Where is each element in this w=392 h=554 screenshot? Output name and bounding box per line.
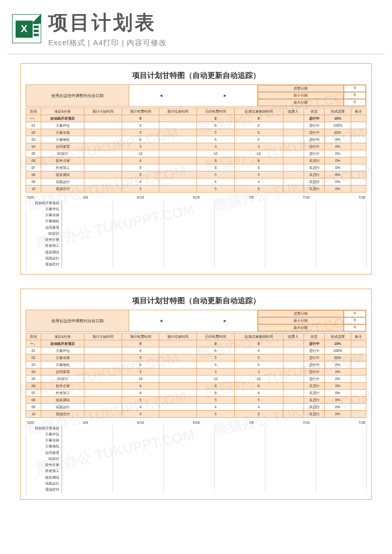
section-cell: 0 <box>234 340 283 347</box>
table-cell <box>351 347 366 354</box>
table-cell <box>159 157 197 164</box>
table-cell: 5 <box>234 411 283 418</box>
table-cell <box>283 164 304 171</box>
gantt-label: 自动线开发项目 <box>26 200 59 206</box>
table-cell: 进行中 <box>304 150 325 157</box>
table-cell: 01 <box>26 122 41 129</box>
table-cell: 0% <box>325 361 351 368</box>
table-cell: 软件开发 <box>41 383 84 390</box>
table-cell <box>351 411 366 418</box>
table-cell <box>351 404 366 411</box>
column-header: 阶段 <box>26 108 41 115</box>
table-cell: 05 <box>26 376 41 383</box>
chevron-left-icon[interactable]: ◄ <box>159 318 163 323</box>
table-cell: 06 <box>26 383 41 390</box>
gantt-label: 试跑运行 <box>26 481 59 487</box>
table-cell: 5 <box>122 186 159 193</box>
table-row: 09试跑运行444未进行0% <box>26 178 366 186</box>
table-cell <box>351 354 366 361</box>
table-cell <box>283 347 304 354</box>
chevron-left-icon[interactable]: ◄ <box>159 93 163 98</box>
gantt-label: 合同签署 <box>26 225 59 231</box>
section-cell <box>351 115 366 122</box>
table-cell: 软件开发 <box>41 157 84 164</box>
column-header: 已经耗费时间 <box>197 333 235 340</box>
gantt-chart: 5/296/86/186/287/87/187/28自动线开发项目方案评估方案洽… <box>26 421 366 496</box>
meta-dates: 进度日期0最小日期0最大日期0 <box>258 85 366 106</box>
table-row: 04合同签署333进行中0% <box>26 143 366 150</box>
page-title: 项目计划表 <box>48 9 167 36</box>
table-cell: 10 <box>122 376 159 383</box>
table-cell: 5 <box>234 129 283 136</box>
gantt-labels: 自动线开发项目方案评估方案洽谈方案细化合同签署3D设计软件开发外发加工组装调试试… <box>26 425 61 493</box>
table-cell <box>84 397 122 404</box>
table-cell <box>84 368 122 376</box>
table-row: 03方案细化666进行中0% <box>26 136 366 143</box>
table-cell: 04 <box>26 143 41 150</box>
table-cell: 0% <box>325 157 351 164</box>
table-cell <box>159 404 197 411</box>
table-cell: 0% <box>325 390 351 397</box>
table-cell <box>159 178 197 186</box>
gantt-labels: 自动线开发项目方案评估方案洽谈方案细化合同签署3D设计软件开发外发加工组装调试试… <box>26 200 61 268</box>
spreadsheet-page: 熊猫办公 TUKUPPT.COM熊猫办公 TUKUPPT.COM熊猫办公 TUK… <box>20 63 372 274</box>
table-cell <box>351 150 366 157</box>
chevron-right-icon[interactable]: ► <box>223 318 227 323</box>
table-cell <box>283 136 304 143</box>
column-header: 完成进度 <box>325 108 351 115</box>
table-cell: 3 <box>234 143 283 150</box>
table-cell: 方案评估 <box>41 347 84 354</box>
table-cell: 5 <box>122 397 159 404</box>
table-cell: 进行中 <box>304 376 325 383</box>
table-cell: 09 <box>26 404 41 411</box>
controls-label: 使用右边控件调整到当前日期 <box>26 85 129 106</box>
meta-dates: 进度日期0最小日期0最大日期0 <box>258 310 366 331</box>
column-header: 备注 <box>351 333 366 340</box>
table-cell: 3D设计 <box>41 376 84 383</box>
table-cell: 试跑运行 <box>41 178 84 186</box>
page-subtitle: Excel格式 | A4打印 | 内容可修改 <box>48 38 167 48</box>
meta-key: 最小日期 <box>258 92 344 99</box>
table-cell <box>351 171 366 178</box>
table-row: 01方案评估666进行中100% <box>26 347 366 354</box>
table-cell: 6 <box>197 347 235 354</box>
gantt-label: 现场交付 <box>26 487 59 493</box>
table-cell: 5 <box>197 411 235 418</box>
table-cell: 80% <box>325 129 351 136</box>
table-cell <box>351 178 366 186</box>
gantt-label: 合同签署 <box>26 450 59 456</box>
table-cell: 进行中 <box>304 368 325 376</box>
table-cell: 外发加工 <box>41 164 84 171</box>
table-cell <box>159 122 197 129</box>
section-cell <box>84 340 122 347</box>
column-header: 负责人 <box>283 333 304 340</box>
gantt-label: 自动线开发项目 <box>26 425 59 431</box>
chevron-right-icon[interactable]: ► <box>223 93 227 98</box>
table-row: 07外发加工888未进行0% <box>26 164 366 171</box>
table-cell <box>159 368 197 376</box>
table-cell: 4 <box>197 404 235 411</box>
table-cell <box>283 397 304 404</box>
task-table: 阶段项目&任务预计开始时间预计耗费时间预计结束时间已经耗费时间距离结束剩余时间负… <box>26 108 366 193</box>
date-spinner[interactable]: ◄► <box>129 85 258 106</box>
table-cell: 合同签署 <box>41 368 84 376</box>
table-cell <box>84 347 122 354</box>
meta-value: 0 <box>344 310 366 317</box>
table-cell: 未进行 <box>304 397 325 404</box>
gantt-label: 外发加工 <box>26 243 59 249</box>
table-row: 03方案细化666进行中0% <box>26 361 366 368</box>
table-cell: 0% <box>325 150 351 157</box>
meta-key: 最小日期 <box>258 317 344 324</box>
table-cell <box>159 361 197 368</box>
table-cell <box>283 143 304 150</box>
gantt-date: 7/18 <box>303 421 310 424</box>
controls-row: 使用右边控件调整到当前日期◄►进度日期0最小日期0最大日期0 <box>26 310 366 332</box>
table-cell: 5 <box>234 354 283 361</box>
table-cell <box>283 171 304 178</box>
table-cell: 8 <box>197 390 235 397</box>
table-cell <box>159 376 197 383</box>
gantt-label: 3D设计 <box>26 231 59 237</box>
table-cell: 10 <box>26 186 41 193</box>
date-spinner[interactable]: ◄► <box>129 310 258 331</box>
table-cell: 0% <box>325 143 351 150</box>
